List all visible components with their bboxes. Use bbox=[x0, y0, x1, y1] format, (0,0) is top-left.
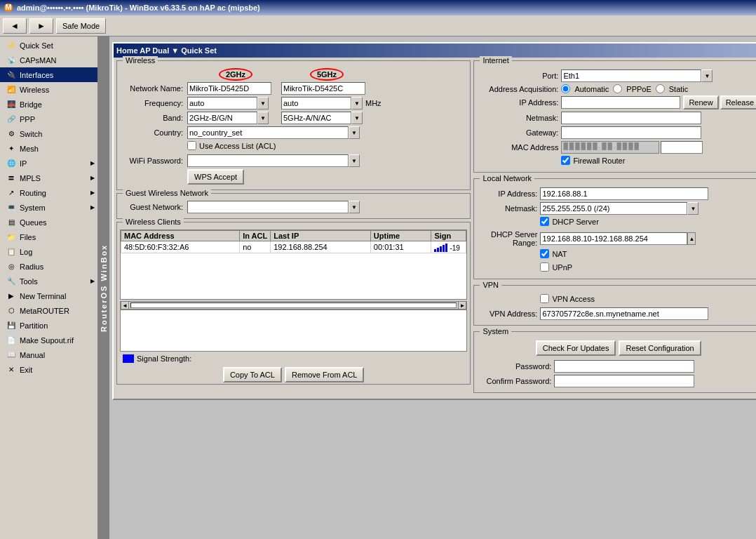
back-button[interactable]: ◄ bbox=[3, 18, 27, 34]
tools-icon: 🔧 bbox=[6, 276, 17, 287]
sidebar-item-metarouter[interactable]: ⬡ MetaROUTER bbox=[0, 303, 97, 318]
forward-icon: ► bbox=[36, 20, 47, 32]
network-name-5g-input[interactable] bbox=[281, 82, 365, 95]
vpn-access-row: VPN Access bbox=[477, 294, 756, 305]
check-updates-button[interactable]: Check For Updates bbox=[536, 340, 616, 356]
sidebar-item-partition[interactable]: 💾 Partition bbox=[0, 318, 97, 333]
wps-accept-button[interactable]: WPS Accept bbox=[187, 169, 244, 185]
copy-to-acl-button[interactable]: Copy To ACL bbox=[223, 367, 282, 382]
dhcp-server-checkbox[interactable] bbox=[540, 217, 549, 226]
password-input[interactable] bbox=[554, 360, 694, 373]
upnp-checkbox[interactable] bbox=[540, 262, 549, 272]
sidebar-item-system[interactable]: 💻 System ▶ bbox=[0, 200, 97, 215]
remove-from-acl-button[interactable]: Remove From ACL bbox=[285, 367, 365, 382]
dialog-title-area: Home AP Dual ▼ Quick Set bbox=[116, 46, 756, 55]
scroll-left-btn[interactable]: ◄ bbox=[121, 301, 129, 310]
sidebar-item-mesh[interactable]: ✦ Mesh bbox=[0, 141, 97, 156]
sidebar-item-make-supout[interactable]: 📄 Make Supout.rif bbox=[0, 333, 97, 347]
sidebar-item-new-terminal[interactable]: ▶ New Terminal bbox=[0, 288, 97, 303]
col-last-ip[interactable]: Last IP bbox=[271, 231, 371, 241]
sidebar-item-wireless[interactable]: 📶 Wireless bbox=[0, 82, 97, 97]
band-2g-input[interactable] bbox=[187, 112, 257, 124]
ip-address-input[interactable] bbox=[561, 96, 680, 109]
sidebar-item-log[interactable]: 📋 Log bbox=[0, 244, 97, 259]
clients-table-container[interactable]: MAC Address In ACL Last IP Uptime Sign bbox=[120, 229, 467, 300]
local-ip-label: IP Address: bbox=[477, 189, 540, 198]
port-arrow[interactable]: ▼ bbox=[701, 69, 713, 82]
confirm-password-input[interactable] bbox=[554, 375, 694, 387]
country-arrow[interactable]: ▼ bbox=[349, 126, 360, 139]
safe-mode-button[interactable]: Safe Mode bbox=[56, 18, 106, 34]
upnp-label: UPnP bbox=[552, 263, 572, 272]
col-in-acl[interactable]: In ACL bbox=[240, 231, 271, 241]
sidebar-item-quick-set[interactable]: ⚡ Quick Set bbox=[0, 38, 97, 53]
sidebar-item-bridge[interactable]: 🌉 Bridge bbox=[0, 97, 97, 112]
vpn-address-input[interactable] bbox=[540, 307, 708, 320]
nat-row: NAT bbox=[477, 249, 756, 260]
sidebar-item-ppp[interactable]: 🔗 PPP bbox=[0, 112, 97, 126]
sidebar-item-queues[interactable]: ▤ Queues bbox=[0, 215, 97, 229]
acl-label: Use Access List (ACL) bbox=[199, 142, 276, 150]
sidebar-item-switch[interactable]: ⚙ Switch bbox=[0, 126, 97, 141]
signal-legend: Signal Strength: bbox=[120, 353, 467, 364]
frequency-2g-input[interactable] bbox=[187, 97, 257, 109]
frequency-5g-arrow[interactable]: ▼ bbox=[351, 97, 363, 109]
sidebar-item-exit[interactable]: ✕ Exit bbox=[0, 362, 97, 377]
nat-checkbox[interactable] bbox=[540, 249, 549, 258]
local-netmask-arrow[interactable]: ▼ bbox=[687, 202, 698, 215]
frequency-2g-arrow[interactable]: ▼ bbox=[257, 97, 269, 109]
release-button[interactable]: Release bbox=[720, 95, 756, 109]
sidebar-item-tools[interactable]: 🔧 Tools ▶ bbox=[0, 274, 97, 288]
acq-pppoe-radio[interactable] bbox=[613, 84, 622, 93]
acq-options: Automatic PPPoE Static bbox=[561, 84, 688, 93]
col-mac-address[interactable]: MAC Address bbox=[121, 231, 240, 241]
client-row-0[interactable]: 48:5D:60:F3:32:A6 no 192.168.88.254 00:0… bbox=[121, 241, 466, 253]
netmask-input[interactable] bbox=[561, 112, 701, 124]
5ghz-header: 5GHz bbox=[281, 68, 372, 81]
local-netmask-label: Netmask: bbox=[477, 204, 540, 213]
band-5g-input[interactable] bbox=[281, 112, 351, 124]
frequency-5g-input[interactable] bbox=[281, 97, 351, 109]
firewall-checkbox[interactable] bbox=[561, 156, 570, 165]
renew-button[interactable]: Renew bbox=[683, 95, 718, 109]
sidebar-label-manual: Manual bbox=[20, 351, 95, 359]
mpls-icon: 〓 bbox=[6, 173, 17, 184]
wifi-password-input[interactable] bbox=[187, 154, 349, 167]
clients-h-scrollbar[interactable]: ◄ ► bbox=[120, 301, 467, 310]
dhcp-range-arrow[interactable]: ▲ bbox=[687, 232, 696, 245]
guest-network-input[interactable] bbox=[187, 201, 349, 213]
sidebar-item-routing[interactable]: ↗ Routing ▶ bbox=[0, 185, 97, 200]
port-input[interactable] bbox=[561, 69, 701, 82]
wireless-group: Wireless 2GHz 5GHz bbox=[116, 60, 471, 190]
sidebar-item-files[interactable]: 📁 Files bbox=[0, 229, 97, 244]
sidebar-item-manual[interactable]: 📖 Manual bbox=[0, 347, 97, 362]
acl-checkbox[interactable] bbox=[187, 141, 196, 150]
sidebar-item-ip[interactable]: 🌐 IP ▶ bbox=[0, 156, 97, 171]
forward-button[interactable]: ► bbox=[29, 18, 53, 34]
sidebar-item-radius[interactable]: ◎ Radius bbox=[0, 259, 97, 274]
sidebar-item-capsman[interactable]: 📡 CAPsMAN bbox=[0, 53, 97, 67]
scroll-right-btn[interactable]: ► bbox=[458, 301, 466, 310]
band-5g-arrow[interactable]: ▼ bbox=[351, 112, 363, 124]
mac-extra-input[interactable] bbox=[661, 141, 703, 154]
dhcp-range-input[interactable] bbox=[540, 232, 687, 245]
reset-config-button[interactable]: Reset Configuration bbox=[619, 340, 701, 356]
network-name-2g-input[interactable] bbox=[187, 82, 271, 95]
scroll-track[interactable] bbox=[130, 302, 457, 308]
guest-network-arrow[interactable]: ▼ bbox=[349, 201, 360, 213]
acq-static-radio[interactable] bbox=[656, 84, 665, 93]
acq-automatic-radio[interactable] bbox=[561, 84, 570, 93]
gateway-input[interactable] bbox=[561, 126, 701, 139]
col-uptime[interactable]: Uptime bbox=[370, 231, 431, 241]
col-signal[interactable]: Sign bbox=[431, 231, 466, 241]
sidebar-item-mpls[interactable]: 〓 MPLS ▶ bbox=[0, 171, 97, 185]
wifi-password-arrow[interactable]: ▼ bbox=[349, 154, 360, 167]
local-netmask-input[interactable] bbox=[540, 202, 687, 215]
sidebar-label-interfaces: Interfaces bbox=[20, 71, 95, 79]
sidebar-item-interfaces[interactable]: 🔌 Interfaces bbox=[0, 67, 97, 82]
port-label: Port: bbox=[477, 72, 561, 80]
vpn-access-checkbox[interactable] bbox=[540, 294, 549, 303]
country-input[interactable] bbox=[187, 126, 349, 139]
band-2g-arrow[interactable]: ▼ bbox=[257, 112, 269, 124]
local-ip-input[interactable] bbox=[540, 187, 708, 200]
